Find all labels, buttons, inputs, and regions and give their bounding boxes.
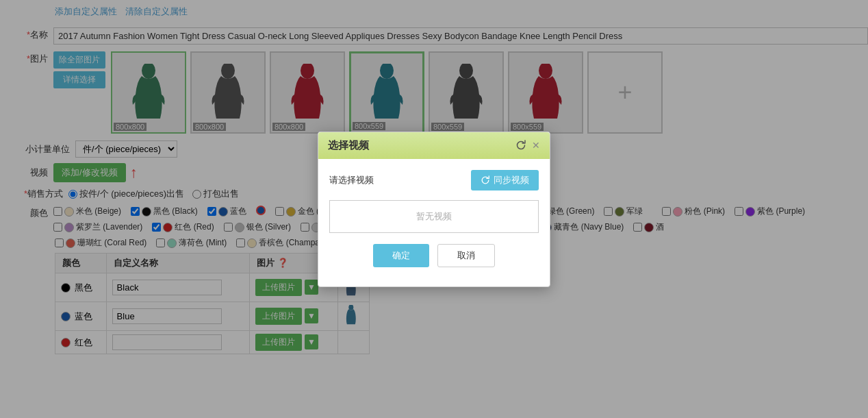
modal-overlay[interactable]: 选择视频 ✕ 请选择视频	[0, 0, 868, 418]
modal-confirm-btn[interactable]: 确定	[373, 244, 429, 267]
modal-cancel-btn[interactable]: 取消	[437, 244, 495, 267]
modal-header-icons: ✕	[515, 140, 540, 151]
modal-close-btn[interactable]: ✕	[532, 140, 540, 151]
modal-body: 请选择视频 同步视频 暂无视频 确定 取消	[318, 159, 550, 286]
modal-box: 选择视频 ✕ 请选择视频	[318, 132, 550, 287]
modal-footer: 确定 取消	[329, 244, 539, 278]
sync-btn-label: 同步视频	[494, 174, 529, 186]
modal-title: 选择视频	[328, 139, 369, 152]
refresh-icon	[515, 140, 526, 151]
modal-header: 选择视频 ✕	[318, 132, 550, 159]
modal-select-label: 请选择视频	[329, 174, 374, 186]
sync-video-btn[interactable]: 同步视频	[471, 170, 539, 190]
modal-row-label: 请选择视频 同步视频	[329, 170, 539, 190]
sync-icon	[481, 175, 490, 185]
modal-refresh-btn[interactable]	[515, 140, 526, 151]
video-placeholder: 暂无视频	[329, 200, 539, 233]
